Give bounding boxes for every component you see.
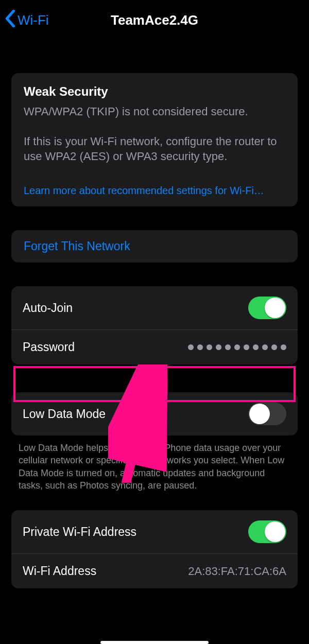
auto-join-label: Auto-Join bbox=[23, 301, 73, 315]
wifi-address-row[interactable]: Wi-Fi Address 2A:83:FA:71:CA:6A bbox=[11, 553, 298, 588]
forget-network-group: Forget This Network bbox=[11, 230, 298, 263]
back-label: Wi-Fi bbox=[18, 12, 49, 28]
private-address-row: Private Wi-Fi Address bbox=[11, 510, 298, 553]
password-row[interactable]: Password bbox=[11, 329, 298, 364]
back-button[interactable]: Wi-Fi bbox=[5, 3, 49, 37]
low-data-toggle[interactable] bbox=[248, 403, 286, 425]
wifi-address-value: 2A:83:FA:71:CA:6A bbox=[188, 565, 286, 578]
password-value-masked bbox=[188, 344, 286, 350]
chevron-left-icon bbox=[5, 10, 15, 31]
password-label: Password bbox=[23, 340, 75, 354]
learn-more-link[interactable]: Learn more about recommended settings fo… bbox=[11, 176, 298, 206]
nav-bar: Wi-Fi TeamAce2.4G bbox=[0, 3, 309, 37]
security-body-2: If this is your Wi-Fi network, configure… bbox=[24, 134, 285, 164]
low-data-note: Low Data Mode helps reduce your iPhone d… bbox=[0, 436, 309, 492]
wifi-address-label: Wi-Fi Address bbox=[23, 564, 96, 578]
security-body-1: WPA/WPA2 (TKIP) is not considered secure… bbox=[24, 104, 285, 119]
page-title: TeamAce2.4G bbox=[111, 12, 198, 28]
join-group: Auto-Join Password bbox=[11, 286, 298, 364]
address-group: Private Wi-Fi Address Wi-Fi Address 2A:8… bbox=[11, 510, 298, 588]
low-data-row: Low Data Mode bbox=[11, 392, 298, 436]
home-indicator[interactable] bbox=[100, 641, 209, 644]
security-body: WPA/WPA2 (TKIP) is not considered secure… bbox=[24, 104, 285, 164]
private-address-label: Private Wi-Fi Address bbox=[23, 525, 136, 539]
private-address-toggle[interactable] bbox=[248, 520, 286, 543]
auto-join-toggle[interactable] bbox=[248, 297, 286, 319]
security-title: Weak Security bbox=[24, 84, 285, 99]
low-data-label: Low Data Mode bbox=[23, 407, 106, 421]
auto-join-row: Auto-Join bbox=[11, 286, 298, 329]
forget-network-button[interactable]: Forget This Network bbox=[11, 230, 298, 263]
low-data-group: Low Data Mode bbox=[11, 392, 298, 436]
security-warning-card: Weak Security WPA/WPA2 (TKIP) is not con… bbox=[11, 73, 298, 206]
